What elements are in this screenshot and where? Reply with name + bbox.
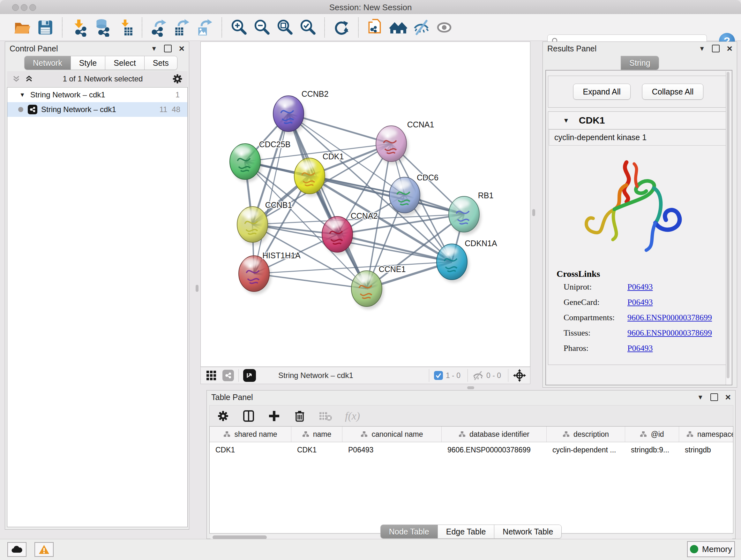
network-row-selected[interactable]: String Network – cdk1 11 48: [7, 102, 187, 117]
tab-style[interactable]: Style: [71, 56, 106, 70]
table-cell[interactable]: CDK1: [210, 442, 291, 457]
tab-select[interactable]: Select: [105, 56, 144, 70]
network-collection-row[interactable]: ▼ String Network – cdk1 1: [7, 87, 187, 102]
column-header-namespace[interactable]: namespace: [679, 427, 733, 442]
zoom-in-button[interactable]: [229, 17, 248, 37]
selected-checkbox-icon[interactable]: [434, 371, 443, 380]
table-cell[interactable]: CDK1: [291, 442, 342, 457]
tab-network[interactable]: Network: [24, 56, 71, 70]
collapse-all-icon[interactable]: [11, 74, 21, 84]
crosslink-link[interactable]: 9606.ENSP00000378699: [627, 313, 712, 322]
expand-all-button[interactable]: Expand All: [573, 84, 630, 100]
close-panel-icon[interactable]: ×: [727, 45, 732, 52]
float-panel-icon[interactable]: [164, 45, 172, 52]
expand-all-icon[interactable]: [24, 74, 34, 84]
column-header-database-identifier[interactable]: database identifier: [442, 427, 547, 442]
edge-CCNB2-CCNE1[interactable]: [288, 114, 367, 289]
export-table-button[interactable]: [172, 17, 192, 37]
float-panel-icon[interactable]: [712, 45, 720, 52]
crosslink-link[interactable]: P06493: [627, 298, 653, 307]
table-cell[interactable]: cyclin-dependent ...: [547, 442, 625, 457]
node-table-grid[interactable]: shared namenamecanonical namedatabase id…: [209, 426, 733, 534]
collapse-panel-icon[interactable]: ▼: [697, 394, 704, 401]
column-header-description[interactable]: description: [547, 427, 625, 442]
network-node-CDKN1A[interactable]: [436, 244, 469, 283]
column-header-@id[interactable]: @id: [625, 427, 679, 442]
zoom-fit-button[interactable]: [275, 17, 294, 37]
table-settings-gear-icon[interactable]: [217, 410, 229, 422]
network-collection-list: ▼ String Network – cdk1 1 String Network…: [7, 87, 188, 527]
warnings-button[interactable]: [35, 542, 54, 557]
table-cell[interactable]: 9606.ENSP00000378699: [442, 442, 547, 457]
collapse-panel-icon[interactable]: ▼: [151, 45, 157, 52]
string-home-button[interactable]: [389, 17, 408, 37]
network-overview-icon[interactable]: [222, 370, 234, 381]
float-panel-icon[interactable]: [711, 393, 718, 401]
table-cell[interactable]: stringdb:9...: [625, 442, 679, 457]
network-node-CCNA1[interactable]: [376, 126, 408, 165]
memory-button[interactable]: Memory: [687, 541, 735, 557]
gene-collapse-arrow[interactable]: ▼: [563, 117, 569, 124]
network-view-canvas[interactable]: CCNB2CCNA1CDC25BCDK1CDC6RB1CCNB1CCNA2CDK…: [200, 42, 530, 367]
network-node-CDC25B[interactable]: [230, 144, 262, 182]
table-cell[interactable]: P06493: [342, 442, 442, 457]
edge-HIST1H1A-CCNB2[interactable]: [254, 114, 288, 273]
tab-string[interactable]: String: [621, 56, 659, 70]
delete-column-trash-icon[interactable]: [293, 410, 306, 422]
pan-crosshair-icon[interactable]: [513, 369, 526, 382]
gear-icon[interactable]: [172, 73, 183, 84]
show-columns-icon[interactable]: [242, 410, 255, 422]
table-cell[interactable]: stringdb: [679, 442, 733, 457]
zoom-selected-button[interactable]: [298, 17, 317, 37]
status-bar: Memory: [0, 539, 741, 560]
column-header-name[interactable]: name: [291, 427, 342, 442]
crosslink-link[interactable]: P06493: [627, 344, 653, 353]
crosslink-link[interactable]: 9606.ENSP00000378699: [627, 328, 712, 338]
show-all-button[interactable]: [434, 17, 454, 37]
gene-section-header[interactable]: ▼ CDK1: [548, 112, 728, 129]
table-toolbar: f(x): [209, 405, 733, 426]
close-panel-icon[interactable]: ×: [725, 394, 731, 400]
collapse-all-button[interactable]: Collapse All: [642, 84, 704, 100]
cloud-status-button[interactable]: [7, 542, 26, 557]
column-header-canonical-name[interactable]: canonical name: [342, 427, 442, 442]
string-network-graph[interactable]: CCNB2CCNA1CDC25BCDK1CDC6RB1CCNB1CCNA2CDK…: [201, 42, 530, 367]
collection-expand-arrow[interactable]: ▼: [19, 91, 25, 98]
update-network-button[interactable]: [332, 17, 351, 37]
network-node-CDK1[interactable]: [294, 158, 327, 197]
open-session-button[interactable]: [13, 17, 32, 37]
column-header-shared-name[interactable]: shared name: [210, 427, 291, 442]
eye-icon: [435, 18, 454, 37]
tab-sets[interactable]: Sets: [145, 56, 178, 70]
collapse-panel-icon[interactable]: ▼: [699, 45, 705, 52]
export-network-button[interactable]: [149, 17, 169, 37]
network-node-HIST1H1A[interactable]: [239, 256, 271, 294]
import-table-file-button[interactable]: [116, 17, 135, 37]
import-network-file-button[interactable]: [70, 17, 89, 37]
network-node-CCNB2[interactable]: [273, 96, 306, 134]
tab-edge-table[interactable]: Edge Table: [438, 524, 495, 539]
vertical-splitter-handle[interactable]: [196, 285, 199, 292]
crosslink-link[interactable]: P06493: [627, 282, 653, 292]
birdseye-grid-icon[interactable]: [206, 370, 217, 381]
network-node-CCNA2[interactable]: [322, 216, 354, 255]
horizontal-splitter-handle[interactable]: [467, 386, 474, 389]
open-in-window-icon[interactable]: [243, 369, 256, 382]
import-network-database-button[interactable]: [92, 17, 112, 37]
add-column-icon[interactable]: [268, 410, 280, 422]
table-row[interactable]: CDK1CDK1P064939606.ENSP00000378699cyclin…: [210, 442, 733, 457]
clone-network-button[interactable]: [366, 17, 385, 37]
save-session-button[interactable]: [36, 17, 55, 37]
network-node-RB1[interactable]: [449, 196, 481, 235]
network-node-CCNE1[interactable]: [351, 271, 384, 309]
zoom-fit-icon: [275, 18, 294, 37]
tab-network-table[interactable]: Network Table: [494, 524, 562, 539]
vertical-splitter-handle[interactable]: [532, 209, 535, 216]
zoom-out-button[interactable]: [252, 17, 271, 37]
hide-selected-button[interactable]: [412, 17, 431, 37]
export-image-button[interactable]: [195, 17, 214, 37]
close-panel-icon[interactable]: ×: [179, 45, 185, 52]
tab-node-table[interactable]: Node Table: [381, 524, 438, 539]
results-scrollbar[interactable]: [726, 71, 731, 385]
toolbar-separator: [62, 17, 63, 37]
